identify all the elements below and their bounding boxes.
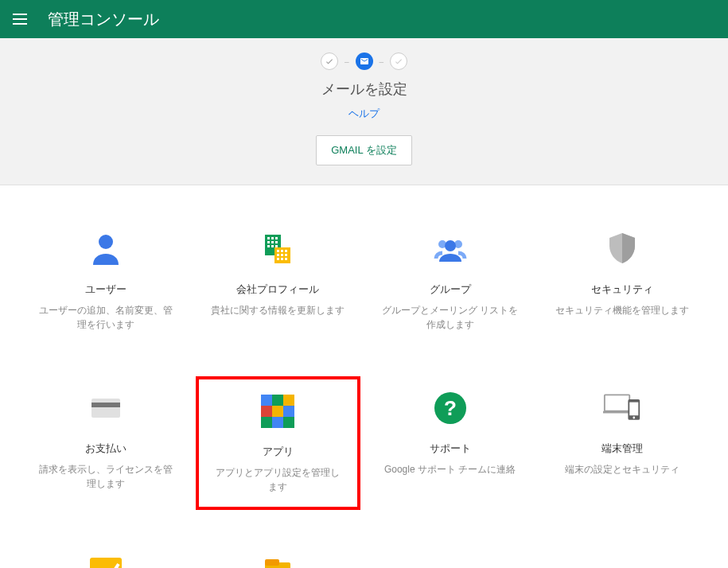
tile-desc: 貴社に関する情報を更新します [204, 303, 352, 317]
tile-migration[interactable] [196, 542, 360, 568]
svg-rect-44 [265, 559, 279, 566]
devices-icon [603, 389, 641, 427]
header-title: 管理コンソール [48, 9, 159, 30]
svg-rect-7 [275, 241, 278, 243]
tile-users[interactable]: ユーザー ユーザーの追加、名前変更、管理を行います [24, 217, 188, 344]
tile-title: アプリ [207, 445, 348, 459]
tile-desc: セキュリティ機能を管理します [548, 303, 696, 317]
setup-banner: – – メールを設定 ヘルプ GMAIL を設定 [0, 38, 728, 185]
tile-company-profile[interactable]: 会社プロフィール 貴社に関する情報を更新します [196, 217, 360, 344]
svg-rect-19 [281, 258, 283, 260]
tile-security[interactable]: セキュリティ セキュリティ機能を管理します [540, 217, 704, 344]
tile-reports[interactable] [24, 542, 188, 568]
svg-rect-33 [272, 417, 283, 428]
stepper: – – [0, 53, 728, 70]
buildings-icon [259, 230, 297, 268]
tile-groups[interactable]: グループ グループとメーリング リストを作成します [368, 217, 532, 344]
menu-icon[interactable] [13, 10, 32, 29]
svg-rect-2 [267, 237, 270, 239]
tile-desc: アプリとアプリ設定を管理します [207, 465, 348, 494]
dashboard-grid: ユーザー ユーザーの追加、名前変更、管理を行います 会社プロフィール 貴社に関す… [0, 185, 728, 568]
tile-desc: ユーザーの追加、名前変更、管理を行います [32, 303, 180, 332]
svg-rect-30 [272, 406, 283, 417]
svg-rect-20 [285, 258, 287, 260]
svg-text:?: ? [444, 396, 457, 420]
svg-point-41 [633, 417, 635, 419]
svg-rect-28 [283, 395, 294, 406]
svg-rect-26 [261, 395, 272, 406]
step-2-icon [356, 53, 373, 70]
svg-rect-4 [275, 237, 278, 239]
tile-title: お支払い [32, 442, 180, 456]
tile-title: ユーザー [32, 282, 180, 297]
tile-title: グループ [376, 282, 524, 297]
help-icon: ? [431, 389, 469, 427]
banner-title: メールを設定 [0, 80, 728, 99]
tile-title: セキュリティ [548, 282, 696, 297]
tile-device-management[interactable]: 端末管理 端末の設定とセキュリティ [540, 376, 704, 510]
step-divider: – [380, 57, 384, 66]
tile-billing[interactable]: お支払い 請求を表示し、ライセンスを管理します [24, 376, 188, 510]
tile-desc: 請求を表示し、ライセンスを管理します [32, 462, 180, 491]
analytics-icon [87, 554, 125, 568]
tile-title: 端末管理 [548, 442, 696, 456]
step-3-icon [390, 53, 407, 70]
tile-desc: Google サポート チームに連絡 [376, 462, 524, 477]
svg-rect-13 [281, 250, 283, 252]
step-divider: – [345, 57, 349, 66]
tile-support[interactable]: ? サポート Google サポート チームに連絡 [368, 376, 532, 510]
tile-apps[interactable]: アプリ アプリとアプリ設定を管理します [196, 376, 360, 510]
tile-desc: グループとメーリング リストを作成します [376, 303, 524, 332]
apps-icon [259, 392, 297, 430]
svg-point-0 [99, 235, 113, 249]
svg-rect-6 [271, 241, 274, 243]
tile-title: サポート [376, 442, 524, 456]
svg-rect-17 [285, 254, 287, 256]
credit-card-icon [87, 389, 125, 427]
svg-rect-29 [261, 406, 272, 417]
svg-rect-9 [271, 245, 274, 247]
svg-rect-27 [272, 395, 283, 406]
app-header: 管理コンソール [0, 0, 728, 38]
setup-gmail-button[interactable]: GMAIL を設定 [316, 135, 412, 165]
svg-rect-25 [91, 403, 120, 407]
shield-icon [603, 230, 641, 268]
svg-rect-8 [267, 245, 270, 247]
groups-icon [431, 230, 469, 268]
users-icon [87, 230, 125, 268]
tile-title: 会社プロフィール [204, 282, 352, 297]
svg-rect-18 [277, 258, 279, 260]
help-link[interactable]: ヘルプ [348, 107, 380, 119]
svg-rect-31 [283, 406, 294, 417]
svg-rect-12 [277, 250, 279, 252]
migration-icon [259, 554, 297, 568]
svg-point-23 [445, 240, 456, 251]
svg-rect-34 [283, 417, 294, 428]
step-1-icon [321, 53, 338, 70]
svg-rect-15 [277, 254, 279, 256]
svg-rect-32 [261, 417, 272, 428]
banner-help: ヘルプ [0, 107, 728, 121]
svg-rect-5 [267, 241, 270, 243]
svg-rect-24 [91, 399, 120, 418]
svg-rect-10 [275, 245, 278, 247]
svg-rect-16 [281, 254, 283, 256]
svg-rect-14 [285, 250, 287, 252]
svg-rect-38 [603, 411, 631, 414]
svg-rect-3 [271, 237, 274, 239]
tile-desc: 端末の設定とセキュリティ [548, 462, 696, 477]
svg-rect-40 [629, 403, 638, 416]
svg-rect-37 [605, 395, 629, 410]
